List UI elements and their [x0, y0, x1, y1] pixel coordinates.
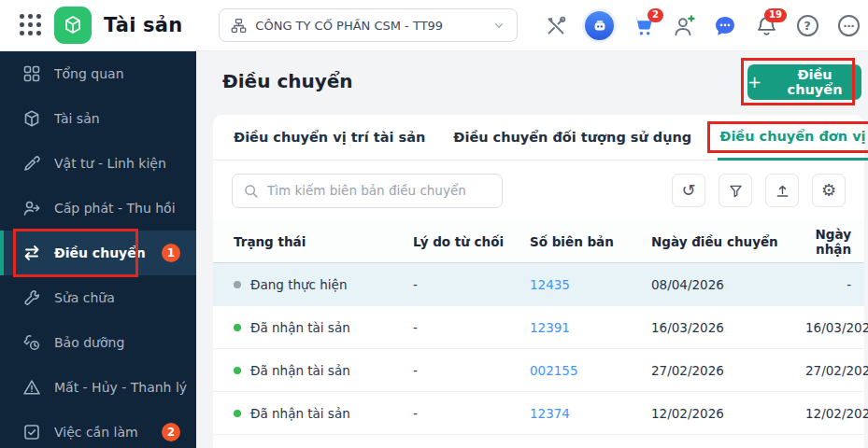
- sidebar-item-label: Tổng quan: [54, 66, 124, 81]
- app-title: Tài sản: [104, 14, 182, 36]
- sidebar-item-label: Vật tư - Linh kiện: [54, 156, 166, 171]
- tab-dieu-chuyen-don-vi[interactable]: Điều chuyển đơn vị quản lý 1: [718, 115, 868, 161]
- maintenance-clock-icon: [22, 333, 41, 352]
- column-header: Trạng thái: [234, 234, 413, 249]
- cart-icon[interactable]: 2: [631, 14, 655, 38]
- asset-cube-icon: [22, 109, 41, 128]
- cart-badge: 2: [647, 8, 663, 22]
- refresh-icon: ↺: [681, 180, 695, 201]
- sidebar-item-viec-can-lam[interactable]: Việc cần làm 2: [0, 410, 196, 448]
- sidebar-item-dieu-chuyen[interactable]: Điều chuyển 1: [0, 231, 196, 275]
- sidebar-item-label: Bảo dưỡng: [54, 335, 124, 350]
- app-window: Tài sản CÔNG TY CỔ PHẦN CSM - TT99: [0, 0, 868, 448]
- record-number-link[interactable]: 12435: [530, 277, 570, 292]
- sidebar-item-bao-duong[interactable]: Bảo dưỡng: [0, 320, 196, 365]
- record-number-link[interactable]: 12391: [530, 320, 570, 335]
- app-logo[interactable]: [54, 7, 92, 44]
- status-dot: [234, 410, 241, 417]
- content-card: Điều chuyển vị trí tài sản Điều chuyển đ…: [213, 115, 864, 448]
- receive-date: -: [805, 277, 851, 292]
- sidebar-item-label: Tài sản: [54, 111, 100, 126]
- column-header: Lý do từ chối: [413, 234, 530, 249]
- search-box[interactable]: [232, 174, 503, 208]
- transfer-arrows-icon: [22, 244, 41, 262]
- wrench-icon: [22, 288, 41, 307]
- ai-assistant-icon[interactable]: [585, 11, 614, 40]
- settings-button[interactable]: ⚙: [812, 174, 846, 207]
- upload-button[interactable]: [765, 174, 799, 207]
- status-text: Đã nhận tài sản: [250, 320, 350, 335]
- sidebar-badge: 1: [162, 244, 180, 262]
- main-content: Điều chuyển + Điều chuyển Điều chuyển vị…: [196, 51, 868, 448]
- search-icon: [243, 183, 259, 199]
- sidebar-item-tong-quan[interactable]: Tổng quan: [0, 51, 196, 96]
- warning-triangle-icon: [22, 378, 41, 397]
- notifications-bell-icon[interactable]: 19: [754, 14, 778, 38]
- status-dot: [234, 281, 241, 288]
- search-input[interactable]: [267, 183, 491, 198]
- topbar: Tài sản CÔNG TY CỔ PHẦN CSM - TT99: [0, 0, 868, 51]
- chat-icon[interactable]: [713, 14, 737, 38]
- settings-gear-icon: ⚙: [821, 180, 836, 201]
- company-name: CÔNG TY CỔ PHẦN CSM - TT99: [255, 19, 484, 33]
- screwdriver-icon: [22, 154, 41, 173]
- status-text: Đang thực hiện: [250, 277, 347, 292]
- reject-reason: -: [413, 277, 530, 292]
- table-toolbar: ↺ ⚙: [213, 161, 864, 220]
- org-structure-icon: [231, 18, 247, 34]
- receive-date: 12/02/2026: [805, 406, 868, 421]
- page-title: Điều chuyển: [222, 70, 353, 92]
- reject-reason: -: [413, 320, 530, 335]
- table-row[interactable]: Đã nhận tài sản - 12374 12/02/2026 12/02…: [213, 392, 864, 435]
- sidebar-item-sua-chua[interactable]: Sửa chữa: [0, 275, 196, 320]
- sidebar-item-label: Mất - Hủy - Thanh lý: [54, 380, 187, 395]
- company-selector[interactable]: CÔNG TY CỔ PHẦN CSM - TT99: [219, 8, 518, 42]
- status-dot: [234, 367, 241, 374]
- column-header: Ngày nhận: [805, 227, 851, 257]
- tools-icon[interactable]: [544, 14, 568, 38]
- receive-date: 27/02/2026: [805, 363, 868, 378]
- record-number-link[interactable]: 12374: [530, 406, 570, 421]
- column-header: Ngày điều chuyển: [651, 234, 805, 249]
- sidebar-badge: 2: [162, 423, 180, 441]
- sidebar-item-tai-san[interactable]: Tài sản: [0, 96, 196, 141]
- tab-dieu-chuyen-vi-tri[interactable]: Điều chuyển vị trí tài sản: [232, 115, 427, 160]
- refresh-button[interactable]: ↺: [672, 174, 705, 207]
- toolbar-buttons: ↺ ⚙: [672, 174, 846, 207]
- sidebar: Tổng quan Tài sản Vật tư - Linh kiện Cấp…: [0, 51, 196, 448]
- tab-dieu-chuyen-doi-tuong[interactable]: Điều chuyển đối tượng sử dụng: [451, 115, 693, 160]
- add-user-icon[interactable]: [672, 14, 696, 38]
- assign-person-icon: [22, 199, 41, 217]
- table-row[interactable]: Đang thực hiện - 12435 08/04/2026 -: [213, 263, 864, 306]
- transfer-table: Trạng thái Lý do từ chối Số biên bản Ngà…: [213, 220, 864, 435]
- transfer-date: 16/03/2026: [651, 320, 805, 335]
- sidebar-item-cap-phat[interactable]: Cấp phát - Thu hồi: [0, 186, 196, 231]
- transfer-date: 12/02/2026: [651, 406, 805, 421]
- topbar-icons: 2 19: [544, 0, 861, 51]
- add-transfer-button[interactable]: + Điều chuyển: [747, 64, 861, 100]
- table-header-row: Trạng thái Lý do từ chối Số biên bản Ngà…: [213, 220, 864, 263]
- column-header: Số biên bản: [530, 234, 651, 249]
- app-launcher-grid-icon[interactable]: [20, 14, 42, 36]
- record-number-link[interactable]: 002155: [530, 363, 578, 378]
- reject-reason: -: [413, 406, 530, 421]
- sidebar-item-label: Cấp phát - Thu hồi: [54, 201, 176, 216]
- filter-icon: [728, 183, 744, 199]
- status-dot: [234, 324, 241, 331]
- status-text: Đã nhận tài sản: [250, 406, 350, 421]
- sidebar-item-label: Điều chuyển: [54, 245, 146, 260]
- chevron-down-icon: [492, 19, 505, 32]
- sidebar-item-label: Việc cần làm: [54, 425, 138, 440]
- status-text: Đã nhận tài sản: [250, 363, 350, 378]
- filter-button[interactable]: [719, 174, 752, 207]
- more-options-icon[interactable]: ⋯: [836, 14, 861, 38]
- table-row[interactable]: Đã nhận tài sản - 002155 27/02/2026 27/0…: [213, 349, 864, 392]
- table-row[interactable]: Đã nhận tài sản - 12391 16/03/2026 16/03…: [213, 306, 864, 349]
- transfer-date: 27/02/2026: [651, 363, 805, 378]
- sidebar-item-vat-tu[interactable]: Vật tư - Linh kiện: [0, 141, 196, 186]
- notifications-badge: 19: [764, 8, 787, 22]
- help-icon[interactable]: ?: [795, 14, 819, 38]
- sidebar-item-label: Sửa chữa: [54, 290, 115, 305]
- receive-date: 16/03/2026: [805, 320, 868, 335]
- sidebar-item-mat-huy[interactable]: Mất - Hủy - Thanh lý: [0, 365, 196, 410]
